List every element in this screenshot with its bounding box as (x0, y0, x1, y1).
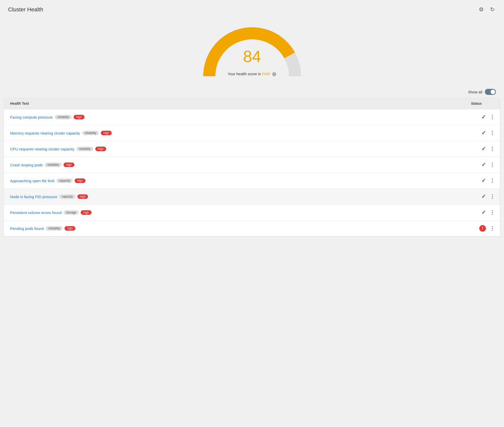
table-header-test: Health Test (10, 101, 29, 105)
row-right: ✓ (469, 209, 494, 216)
row-name[interactable]: Persistent volume errors found (10, 210, 62, 215)
severity-badge: high (74, 115, 84, 119)
gauge-svg (199, 23, 305, 79)
show-all-toggle[interactable] (485, 89, 496, 95)
severity-badge: high (65, 226, 75, 231)
row-left: Approaching open file limitcapacityhigh (10, 178, 469, 183)
show-all-label: Show all (468, 90, 482, 94)
status-check-icon: ✓ (481, 177, 486, 184)
row-left: Facing compute pressurereliabilityhigh (10, 115, 469, 119)
row-right: ✓ (469, 146, 494, 152)
status-check-icon: ✓ (481, 114, 486, 120)
table-row: CPU requests nearing cluster capacityrel… (4, 141, 500, 157)
severity-badge: high (101, 131, 112, 135)
table-row: Pending pods foundreliabilityhigh! (4, 221, 500, 236)
row-left: Node is facing PID pressurecapacityhigh (10, 194, 469, 199)
category-badge: storage (64, 210, 79, 215)
row-left: Crash looping podsreliabilityhigh (10, 163, 469, 167)
gauge-container: 84 Your health score is FAIR i (0, 17, 504, 87)
category-badge: reliability (55, 115, 72, 119)
gear-icon[interactable]: ⚙ (478, 6, 485, 13)
row-right: ✓ (469, 114, 494, 120)
row-right: ✓ (469, 130, 494, 136)
row-right: ✓ (469, 177, 494, 184)
status-error-icon: ! (479, 225, 486, 232)
category-badge: reliability (76, 147, 93, 151)
show-all-row: Show all (0, 87, 504, 98)
row-name[interactable]: Facing compute pressure (10, 115, 53, 119)
status-check-icon: ✓ (481, 209, 486, 216)
header-actions: ⚙ ↻ (478, 6, 496, 13)
page-title: Cluster Health (8, 6, 43, 13)
table-header: Health Test Status (4, 98, 500, 109)
table-row: Persistent volume errors foundstoragehig… (4, 205, 500, 221)
table-row: Node is facing PID pressurecapacityhigh✓ (4, 189, 500, 205)
category-badge: reliability (45, 163, 62, 167)
row-left: Memory requests nearing cluster capacity… (10, 131, 469, 135)
status-check-icon: ✓ (481, 162, 486, 168)
category-badge: reliability (82, 131, 99, 135)
table-row: Facing compute pressurereliabilityhigh✓ (4, 109, 500, 125)
table-header-status: Status (471, 101, 494, 105)
row-name[interactable]: Node is facing PID pressure (10, 195, 57, 199)
severity-badge: high (81, 210, 92, 215)
severity-badge: high (75, 178, 85, 183)
refresh-icon[interactable]: ↻ (489, 6, 496, 13)
more-options-button[interactable] (491, 162, 494, 168)
row-right: ! (469, 225, 494, 232)
table-body: Facing compute pressurereliabilityhigh✓M… (4, 109, 500, 236)
row-name[interactable]: Memory requests nearing cluster capacity (10, 131, 80, 135)
status-check-icon: ✓ (481, 130, 486, 136)
more-options-button[interactable] (491, 130, 494, 136)
status-check-icon: ✓ (481, 146, 486, 152)
table-row: Approaching open file limitcapacityhigh✓ (4, 173, 500, 189)
category-badge: capacity (59, 194, 75, 199)
row-name[interactable]: CPU requests nearing cluster capacity (10, 147, 74, 151)
row-right: ✓ (469, 193, 494, 200)
more-options-button[interactable] (491, 193, 494, 200)
more-options-button[interactable] (491, 209, 494, 216)
row-left: CPU requests nearing cluster capacityrel… (10, 147, 469, 151)
row-left: Persistent volume errors foundstoragehig… (10, 210, 469, 215)
more-options-button[interactable] (491, 177, 494, 184)
status-check-icon: ✓ (481, 193, 486, 200)
more-options-button[interactable] (491, 114, 494, 120)
row-left: Pending pods foundreliabilityhigh (10, 226, 469, 231)
table-row: Memory requests nearing cluster capacity… (4, 125, 500, 141)
row-name[interactable]: Approaching open file limit (10, 179, 54, 183)
table-row: Crash looping podsreliabilityhigh✓ (4, 157, 500, 173)
more-options-button[interactable] (491, 225, 494, 232)
more-options-button[interactable] (491, 146, 494, 152)
health-table: Health Test Status Facing compute pressu… (4, 98, 500, 236)
row-name[interactable]: Pending pods found (10, 226, 44, 231)
category-badge: reliability (46, 226, 63, 231)
row-name[interactable]: Crash looping pods (10, 163, 43, 167)
category-badge: capacity (56, 178, 73, 183)
header: Cluster Health ⚙ ↻ (0, 0, 504, 17)
row-right: ✓ (469, 162, 494, 168)
severity-badge: high (64, 163, 74, 167)
severity-badge: high (95, 147, 106, 151)
gauge-wrapper: 84 Your health score is FAIR i (199, 23, 305, 79)
severity-badge: high (77, 194, 88, 199)
